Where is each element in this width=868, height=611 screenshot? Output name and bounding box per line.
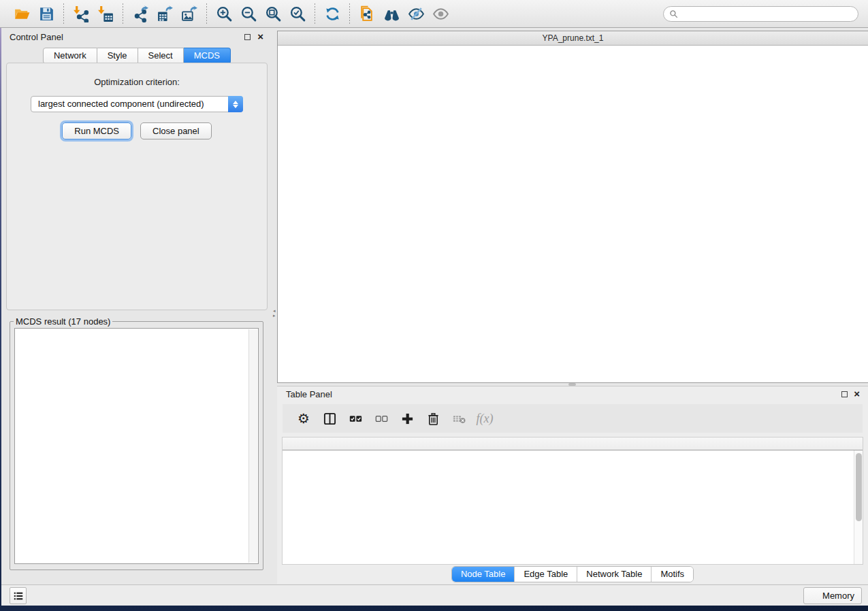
import-table-button[interactable] bbox=[93, 2, 118, 25]
float-window-icon[interactable] bbox=[244, 34, 251, 40]
tab-network[interactable]: Network bbox=[43, 48, 97, 64]
control-panel-tabs: Network Style Select MCDS bbox=[1, 48, 272, 64]
export-network-button[interactable] bbox=[128, 2, 152, 25]
minimize-window-icon[interactable] bbox=[299, 35, 306, 42]
network-document-icon bbox=[359, 5, 376, 22]
binoculars-icon bbox=[383, 5, 400, 22]
open-file-button[interactable] bbox=[10, 2, 34, 25]
add-column-button[interactable] bbox=[397, 408, 417, 429]
network-titlebar: YPA_prune.txt_1 bbox=[278, 31, 868, 46]
toggle-column-view-button[interactable] bbox=[319, 408, 340, 429]
maximize-window-icon[interactable] bbox=[312, 35, 320, 42]
export-image-button[interactable] bbox=[177, 2, 202, 25]
close-panel-icon[interactable]: × bbox=[854, 387, 860, 401]
zoom-out-icon bbox=[240, 5, 257, 22]
select-all-button[interactable] bbox=[345, 408, 366, 429]
zoom-fit-icon bbox=[265, 5, 282, 22]
import-network-button[interactable] bbox=[69, 2, 93, 25]
tab-mcds[interactable]: MCDS bbox=[184, 48, 231, 64]
eye-slash-icon bbox=[408, 5, 425, 22]
status-bar: Memory bbox=[1, 584, 868, 606]
close-panel-icon[interactable]: × bbox=[257, 30, 263, 44]
memory-button[interactable]: Memory bbox=[803, 587, 862, 604]
delete-column-button[interactable] bbox=[423, 408, 443, 429]
toolbar-separator bbox=[63, 3, 64, 24]
mcds-result-list bbox=[14, 328, 259, 564]
search-box[interactable] bbox=[663, 6, 858, 22]
zoom-in-button[interactable] bbox=[212, 2, 236, 25]
open-folder-icon bbox=[14, 5, 31, 22]
trash-icon bbox=[427, 412, 440, 425]
tab-network-table[interactable]: Network Table bbox=[577, 567, 651, 582]
zoom-in-icon bbox=[216, 5, 233, 22]
network-overview-button[interactable] bbox=[379, 2, 404, 25]
mcds-options-box: Optimization criterion: largest connecte… bbox=[6, 63, 268, 310]
zoom-out-button[interactable] bbox=[236, 2, 261, 25]
export-table-button[interactable] bbox=[152, 2, 177, 25]
columns-icon bbox=[323, 412, 336, 425]
node-table bbox=[282, 437, 863, 565]
table-toolbar: ⚙ f(x) bbox=[283, 404, 863, 433]
control-panel-title: Control Panel bbox=[10, 32, 63, 42]
refresh-icon bbox=[324, 5, 341, 22]
tab-node-table[interactable]: Node Table bbox=[452, 567, 515, 582]
network-graph[interactable] bbox=[278, 46, 868, 382]
table-tabs: Node Table Edge Table Network Table Moti… bbox=[277, 566, 868, 582]
toolbar-separator bbox=[349, 3, 350, 24]
tab-style[interactable]: Style bbox=[97, 48, 138, 64]
plus-icon bbox=[401, 412, 414, 425]
hide-selected-button[interactable] bbox=[404, 2, 428, 25]
table-header-row bbox=[283, 437, 863, 450]
table-panel-title: Table Panel bbox=[286, 389, 332, 399]
mcds-result-title: MCDS result (17 nodes) bbox=[14, 316, 112, 327]
tab-select[interactable]: Select bbox=[138, 48, 184, 64]
splitter-grip-icon: ◂▸ bbox=[273, 308, 276, 318]
save-icon bbox=[38, 5, 55, 22]
result-list-scrollbar[interactable] bbox=[248, 329, 257, 563]
network-view[interactable] bbox=[278, 46, 868, 382]
toolbar-separator bbox=[315, 3, 315, 24]
save-session-button[interactable] bbox=[34, 2, 59, 25]
network-window: YPA_prune.txt_1 bbox=[277, 31, 868, 383]
list-icon bbox=[13, 591, 24, 601]
table-scrollbar[interactable] bbox=[854, 450, 863, 564]
export-table-icon bbox=[157, 5, 174, 22]
memory-label: Memory bbox=[822, 591, 854, 601]
refresh-view-button[interactable] bbox=[320, 2, 344, 25]
tab-edge-table[interactable]: Edge Table bbox=[514, 567, 577, 582]
tab-motifs[interactable]: Motifs bbox=[651, 567, 693, 582]
network-title: YPA_prune.txt_1 bbox=[543, 33, 604, 43]
zoom-selected-icon bbox=[289, 5, 306, 22]
criterion-dropdown[interactable]: largest connected component (undirected) bbox=[31, 96, 243, 112]
search-icon bbox=[669, 10, 678, 18]
delete-table-icon bbox=[453, 412, 466, 425]
export-image-icon bbox=[181, 5, 198, 22]
zoom-fit-button[interactable] bbox=[261, 2, 285, 25]
optimization-criterion-label: Optimization criterion: bbox=[7, 77, 267, 87]
table-settings-button[interactable]: ⚙ bbox=[293, 408, 314, 429]
import-network-icon bbox=[73, 5, 90, 22]
close-panel-button[interactable]: Close panel bbox=[140, 122, 212, 139]
main-toolbar bbox=[0, 0, 868, 28]
eye-icon bbox=[432, 5, 449, 22]
delete-table-button[interactable] bbox=[449, 408, 469, 429]
close-window-icon[interactable] bbox=[285, 35, 293, 42]
toolbar-separator bbox=[123, 3, 123, 24]
deselect-all-button[interactable] bbox=[371, 408, 391, 429]
show-all-button[interactable] bbox=[428, 2, 453, 25]
search-input[interactable] bbox=[681, 9, 852, 18]
select-all-icon bbox=[349, 412, 362, 425]
mcds-result-group: MCDS result (17 nodes) bbox=[10, 316, 263, 570]
zoom-selected-button[interactable] bbox=[285, 2, 310, 25]
run-mcds-button[interactable]: Run MCDS bbox=[62, 122, 131, 139]
control-panel: Control Panel × Network Style Select MCD… bbox=[1, 28, 272, 584]
deselect-all-icon bbox=[375, 412, 388, 425]
scrollbar-thumb[interactable] bbox=[856, 453, 862, 521]
float-window-icon[interactable] bbox=[841, 391, 848, 397]
new-network-from-selection-button[interactable] bbox=[355, 2, 379, 25]
show-task-history-button[interactable] bbox=[10, 587, 27, 604]
vertical-splitter[interactable]: ◂▸ bbox=[272, 28, 277, 584]
apply-function-button[interactable]: f(x) bbox=[475, 408, 495, 429]
memory-status-dot bbox=[809, 592, 818, 600]
workspace: Control Panel × Network Style Select MCD… bbox=[1, 28, 868, 584]
